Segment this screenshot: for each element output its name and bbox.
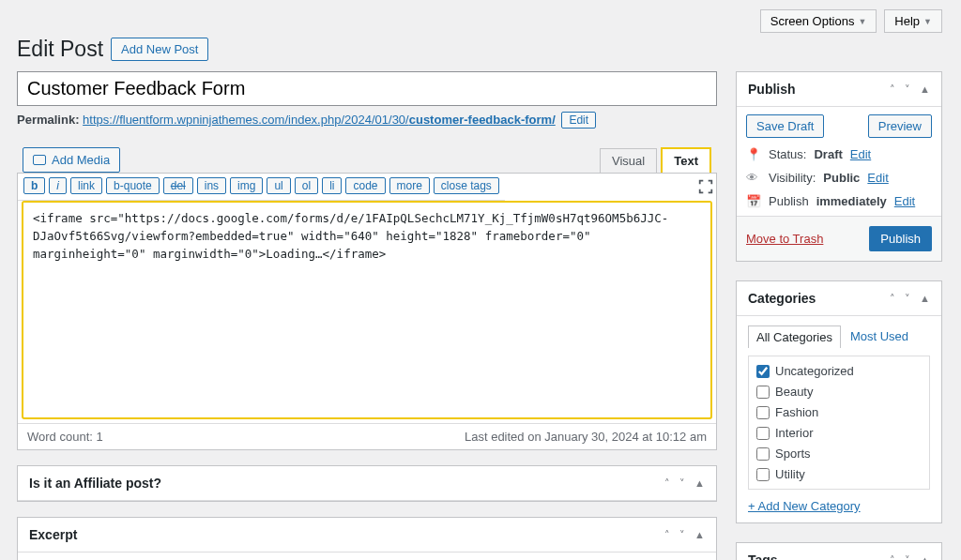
affiliate-title: Is it an Affiliate post? [29, 476, 161, 491]
chevron-down-icon[interactable]: ˅ [679, 477, 685, 490]
schedule-edit-link[interactable]: Edit [894, 194, 915, 208]
qt-ol[interactable]: ol [295, 177, 318, 194]
move-to-trash-link[interactable]: Move to Trash [746, 232, 823, 246]
cat-item-interior[interactable]: Interior [756, 426, 922, 440]
fullscreen-icon[interactable] [697, 178, 716, 197]
toggle-icon[interactable]: ▲ [920, 83, 930, 96]
chevron-up-icon[interactable]: ˄ [890, 83, 895, 96]
qt-bold[interactable]: b [23, 177, 45, 194]
calendar-icon: 📅 [746, 194, 761, 208]
chevron-down-icon[interactable]: ˅ [679, 529, 685, 541]
qt-link[interactable]: link [70, 177, 102, 194]
tab-text[interactable]: Text [661, 147, 711, 173]
category-list: Uncategorized Beauty Fashion Interior Sp… [748, 356, 930, 490]
qt-ul[interactable]: ul [267, 177, 290, 194]
toggle-icon[interactable]: ▲ [920, 554, 930, 561]
add-new-post-button[interactable]: Add New Post [111, 38, 208, 61]
cat-item-utility[interactable]: Utility [756, 467, 922, 481]
dropdown-icon: ▼ [923, 17, 932, 26]
excerpt-title: Excerpt [29, 527, 77, 542]
help-label: Help [894, 14, 920, 28]
cat-item-fashion[interactable]: Fashion [756, 405, 922, 419]
eye-icon: 👁 [746, 171, 761, 185]
dropdown-icon: ▼ [858, 17, 866, 26]
screen-options-button[interactable]: Screen Options ▼ [760, 9, 877, 33]
qt-del[interactable]: del [163, 177, 193, 194]
chevron-up-icon[interactable]: ˄ [890, 554, 895, 561]
post-title-input[interactable] [17, 71, 717, 106]
add-category-link[interactable]: + Add New Category [748, 499, 861, 513]
toggle-icon[interactable]: ▲ [920, 293, 930, 305]
preview-button[interactable]: Preview [868, 114, 932, 138]
chevron-up-icon[interactable]: ˄ [664, 529, 670, 541]
help-button[interactable]: Help ▼ [884, 9, 942, 33]
qt-closetags[interactable]: close tags [434, 177, 499, 194]
permalink-edit-button[interactable]: Edit [561, 112, 596, 129]
screen-options-label: Screen Options [770, 14, 855, 28]
chevron-up-icon[interactable]: ˄ [890, 293, 895, 305]
cat-tab-all[interactable]: All Categories [748, 325, 841, 348]
qt-code[interactable]: code [345, 177, 385, 194]
qt-img[interactable]: img [230, 177, 263, 194]
cat-tab-most[interactable]: Most Used [850, 325, 908, 348]
tab-visual[interactable]: Visual [600, 148, 657, 173]
chevron-down-icon[interactable]: ˅ [905, 293, 910, 305]
qt-more[interactable]: more [389, 177, 430, 194]
status-edit-link[interactable]: Edit [850, 147, 871, 161]
qt-li[interactable]: li [322, 177, 342, 194]
toggle-icon[interactable]: ▲ [694, 529, 705, 541]
pin-icon: 📍 [746, 147, 761, 161]
qt-ins[interactable]: ins [197, 177, 226, 194]
publish-title: Publish [748, 82, 796, 97]
content-textarea[interactable] [23, 203, 710, 415]
page-title: Edit Post [17, 37, 103, 62]
qt-bquote[interactable]: b-quote [106, 177, 160, 194]
cat-item-uncategorized[interactable]: Uncategorized [756, 364, 922, 378]
chevron-up-icon[interactable]: ˄ [664, 477, 670, 490]
media-icon [33, 155, 46, 165]
quicktags-toolbar: b i link b-quote del ins img ul ol li co… [18, 174, 505, 201]
permalink-row: Permalink: https://fluentform.wpninjathe… [17, 112, 717, 129]
word-count: Word count: 1 [27, 430, 103, 444]
last-edited: Last edited on January 30, 2024 at 10:12… [465, 430, 707, 444]
toggle-icon[interactable]: ▲ [694, 477, 705, 490]
categories-title: Categories [748, 291, 816, 306]
save-draft-button[interactable]: Save Draft [746, 114, 824, 138]
qt-italic[interactable]: i [49, 177, 67, 194]
cat-item-beauty[interactable]: Beauty [756, 385, 922, 399]
publish-button[interactable]: Publish [869, 226, 932, 251]
tags-title: Tags [748, 552, 778, 560]
cat-item-sports[interactable]: Sports [756, 446, 922, 461]
permalink-label: Permalink: [17, 113, 79, 127]
visibility-edit-link[interactable]: Edit [867, 171, 888, 185]
chevron-down-icon[interactable]: ˅ [905, 554, 910, 561]
permalink-link[interactable]: https://fluentform.wpninjathemes.com/ind… [83, 113, 556, 127]
add-media-button[interactable]: Add Media [23, 147, 120, 173]
chevron-down-icon[interactable]: ˅ [905, 83, 910, 96]
